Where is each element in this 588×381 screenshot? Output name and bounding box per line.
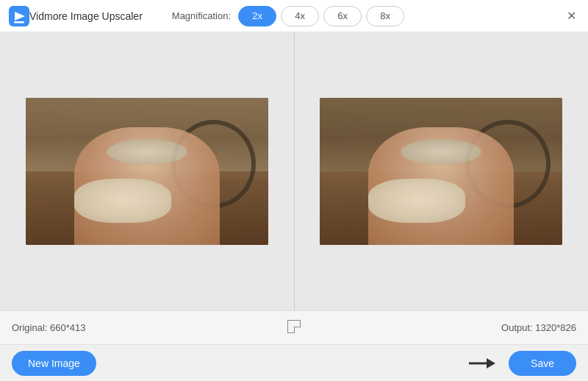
- magnification-label: Magnification:: [172, 10, 231, 21]
- output-panel: [295, 32, 589, 310]
- save-button[interactable]: Save: [509, 351, 576, 376]
- info-bar: Original: 660*413 Output: 1320*826: [0, 310, 588, 344]
- output-flowers: [368, 179, 465, 223]
- app-logo: [9, 6, 29, 26]
- mag-btn-2x[interactable]: 2x: [238, 6, 276, 26]
- photo-flowers: [74, 179, 171, 223]
- photo-hat: [107, 139, 187, 165]
- original-panel: [0, 32, 295, 310]
- mag-btn-8x[interactable]: 8x: [366, 6, 404, 26]
- svg-marker-4: [487, 358, 495, 368]
- close-button[interactable]: ✕: [564, 10, 578, 23]
- app-title: Vidmore Image Upscaler: [29, 10, 143, 22]
- output-photo-canvas: [320, 98, 562, 245]
- title-bar: Vidmore Image Upscaler Magnification: 2x…: [0, 0, 588, 32]
- original-dimensions: Original: 660*413: [12, 322, 85, 333]
- arrow-container: [467, 353, 497, 374]
- magnification-buttons: 2x 4x 6x 8x: [238, 6, 404, 26]
- arrow-icon: [467, 353, 497, 374]
- mag-btn-4x[interactable]: 4x: [281, 6, 319, 26]
- new-image-button[interactable]: New Image: [12, 351, 96, 376]
- expand-icon-container[interactable]: [287, 320, 301, 335]
- output-hat: [401, 139, 481, 165]
- original-image: [26, 98, 268, 245]
- main-area: [0, 32, 588, 310]
- mag-btn-6x[interactable]: 6x: [323, 6, 362, 26]
- svg-rect-2: [14, 21, 24, 24]
- original-photo-canvas: [26, 98, 268, 245]
- output-dimensions: Output: 1320*826: [501, 322, 576, 333]
- output-image: [320, 98, 562, 245]
- bottom-bar: New Image Save: [0, 344, 588, 381]
- expand-icon[interactable]: [287, 320, 301, 333]
